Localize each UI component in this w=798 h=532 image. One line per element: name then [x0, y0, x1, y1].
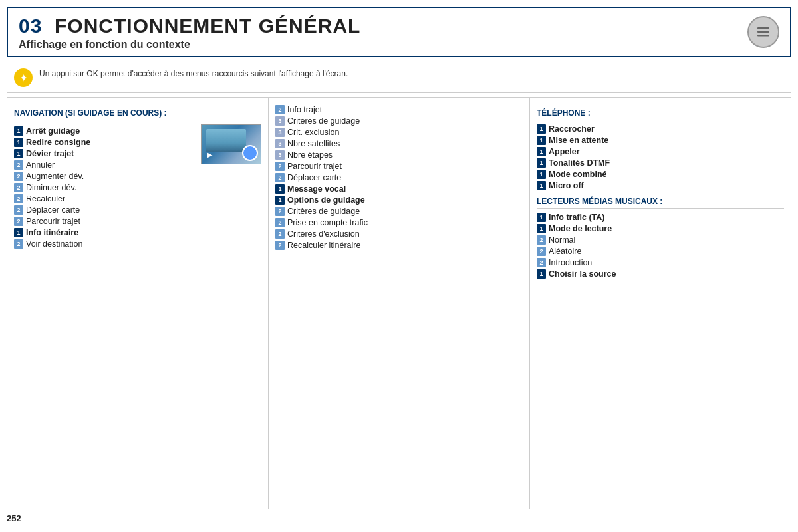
item-label: Raccrocher — [549, 124, 595, 134]
level-badge: 2 — [275, 105, 285, 114]
level-badge: 1 — [14, 228, 23, 237]
list-item: 2Déplacer carte — [14, 205, 261, 215]
chapter-title: 03 FONCTIONNEMENT GÉNÉRAL — [19, 15, 779, 37]
list-item: 1Tonalités DTMF — [537, 158, 784, 168]
main-title: FONCTIONNEMENT GÉNÉRAL — [55, 15, 360, 37]
level-badge: 2 — [14, 205, 23, 215]
level-badge: 1 — [537, 269, 546, 279]
notice-text: Un appui sur OK permet d'accéder à des m… — [39, 68, 348, 80]
level-badge: 2 — [275, 162, 285, 171]
item-label: Info itinéraire — [26, 228, 78, 237]
list-item: 2Voir destination — [14, 239, 261, 249]
list-item: 1Choisir la source — [537, 269, 784, 279]
list-item: 1Message vocal — [275, 184, 523, 194]
item-label: Critères de guidage — [287, 116, 360, 126]
telephone-section-title: TÉLÉPHONE : — [537, 108, 784, 120]
list-item: 1Options de guidage — [275, 196, 523, 205]
item-label: Augmenter dév. — [26, 172, 84, 181]
chapter-number: 03 — [19, 15, 42, 37]
list-item: 1Redire consigne — [14, 138, 198, 147]
item-label: Critères de guidage — [287, 207, 360, 216]
notice-box: ✦ Un appui sur OK permet d'accéder à des… — [7, 63, 791, 93]
level-badge: 2 — [275, 229, 285, 239]
svg-rect-0 — [757, 27, 769, 29]
list-item: 1Appeler — [537, 147, 784, 156]
item-label: Introduction — [549, 258, 592, 267]
level-badge: 1 — [275, 184, 285, 194]
item-label: Mise en attente — [549, 136, 608, 145]
level-badge: 1 — [537, 158, 546, 168]
level-badge: 2 — [14, 217, 23, 226]
item-label: Micro off — [549, 181, 584, 190]
item-label: Aléatoire — [549, 247, 581, 256]
list-item: 1Dévier trajet — [14, 149, 198, 158]
item-label: Recalculer — [26, 194, 65, 203]
level-badge: 3 — [275, 150, 285, 160]
main-content: NAVIGATION (SI GUIDAGE EN COURS) : ▶ 1Ar… — [7, 97, 791, 509]
item-label: Voir destination — [26, 239, 82, 249]
col-nav-continued: 2Info trajet3Critères de guidage3Crit. e… — [268, 97, 529, 509]
item-label: Arrêt guidage — [26, 126, 80, 136]
media-section-title: LECTEURS MÉDIAS MUSICAUX : — [537, 197, 784, 209]
list-item: 1Info itinéraire — [14, 228, 261, 237]
page-header: 03 FONCTIONNEMENT GÉNÉRAL Affichage en f… — [7, 7, 791, 57]
level-badge: 2 — [537, 258, 546, 267]
level-badge: 2 — [275, 241, 285, 250]
list-item: 1Mise en attente — [537, 136, 784, 145]
level-badge: 1 — [537, 213, 546, 222]
list-item: 2Introduction — [537, 258, 784, 267]
level-badge: 2 — [14, 183, 23, 192]
notice-icon: ✦ — [14, 68, 33, 87]
list-item: 3Nbre étapes — [275, 150, 523, 160]
item-label: Critères d'exclusion — [287, 229, 360, 239]
level-badge: 3 — [275, 139, 285, 148]
item-label: Diminuer dév. — [26, 183, 76, 192]
list-item: 2Diminuer dév. — [14, 183, 261, 192]
item-label: Crit. exclusion — [287, 128, 340, 137]
item-label: Nbre satellites — [287, 139, 340, 148]
list-item: 2Augmenter dév. — [14, 172, 261, 181]
level-badge: 1 — [275, 196, 285, 205]
list-item: 2Déplacer carte — [275, 173, 523, 182]
nav-section-title: NAVIGATION (SI GUIDAGE EN COURS) : — [14, 108, 261, 120]
list-item: 2Normal — [537, 235, 784, 245]
level-badge: 2 — [537, 235, 546, 245]
list-item: 3Crit. exclusion — [275, 128, 523, 137]
list-item: 2Parcourir trajet — [275, 162, 523, 171]
level-badge: 2 — [14, 160, 23, 170]
level-badge: 2 — [275, 173, 285, 182]
item-label: Normal — [549, 235, 575, 245]
item-label: Parcourir trajet — [26, 217, 80, 226]
list-item: 2Parcourir trajet — [14, 217, 261, 226]
svg-rect-1 — [757, 31, 769, 33]
level-badge: 1 — [14, 126, 23, 136]
col2-items-list: 2Info trajet3Critères de guidage3Crit. e… — [275, 105, 523, 250]
level-badge: 2 — [275, 207, 285, 216]
level-badge: 1 — [537, 224, 546, 233]
item-label: Parcourir trajet — [287, 162, 342, 171]
item-label: Mode combiné — [549, 170, 607, 179]
list-item: 1Mode combiné — [537, 170, 784, 179]
level-badge: 2 — [537, 247, 546, 256]
item-label: Déplacer carte — [287, 173, 341, 182]
list-item: 2Info trajet — [275, 105, 523, 114]
list-item: 2Annuler — [14, 160, 198, 170]
item-label: Recalculer itinéraire — [287, 241, 360, 250]
level-badge: 1 — [537, 170, 546, 179]
list-item: 1Info trafic (TA) — [537, 213, 784, 222]
level-badge: 1 — [14, 149, 23, 158]
subtitle: Affichage en fonction du contexte — [19, 39, 779, 51]
level-badge: 1 — [537, 181, 546, 190]
item-label: Options de guidage — [287, 196, 365, 205]
list-item: 1Raccrocher — [537, 124, 784, 134]
col-telephone-media: TÉLÉPHONE : 1Raccrocher1Mise en attente1… — [529, 97, 791, 509]
list-item: 2Recalculer itinéraire — [275, 241, 523, 250]
list-item: 2Critères de guidage — [275, 207, 523, 216]
level-badge: 2 — [14, 239, 23, 249]
page-number: 252 — [7, 513, 791, 523]
item-label: Nbre étapes — [287, 150, 332, 160]
list-item: 2Recalculer — [14, 194, 261, 203]
list-item: 2Aléatoire — [537, 247, 784, 256]
item-label: Info trafic (TA) — [549, 213, 604, 222]
media-items-list: 1Info trafic (TA)1Mode de lecture2Normal… — [537, 213, 784, 279]
